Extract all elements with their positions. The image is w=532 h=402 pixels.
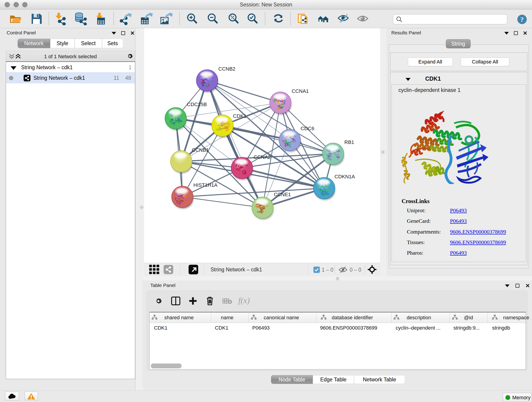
svg-text:CDKN1A: CDKN1A — [335, 174, 355, 179]
svg-text:HIST1H1A: HIST1H1A — [193, 182, 217, 188]
svg-text:CCNE1: CCNE1 — [274, 191, 291, 197]
svg-text:CDC6: CDC6 — [301, 126, 314, 131]
svg-text:CCNB1: CCNB1 — [192, 147, 209, 153]
svg-text:CCNA2: CCNA2 — [254, 154, 271, 160]
svg-text:CCNA1: CCNA1 — [292, 88, 309, 94]
svg-text:RB1: RB1 — [344, 139, 354, 145]
svg-text:CDK1: CDK1 — [233, 113, 247, 119]
svg-text:CDC25B: CDC25B — [187, 102, 207, 107]
svg-text:CCNB2: CCNB2 — [218, 66, 235, 72]
